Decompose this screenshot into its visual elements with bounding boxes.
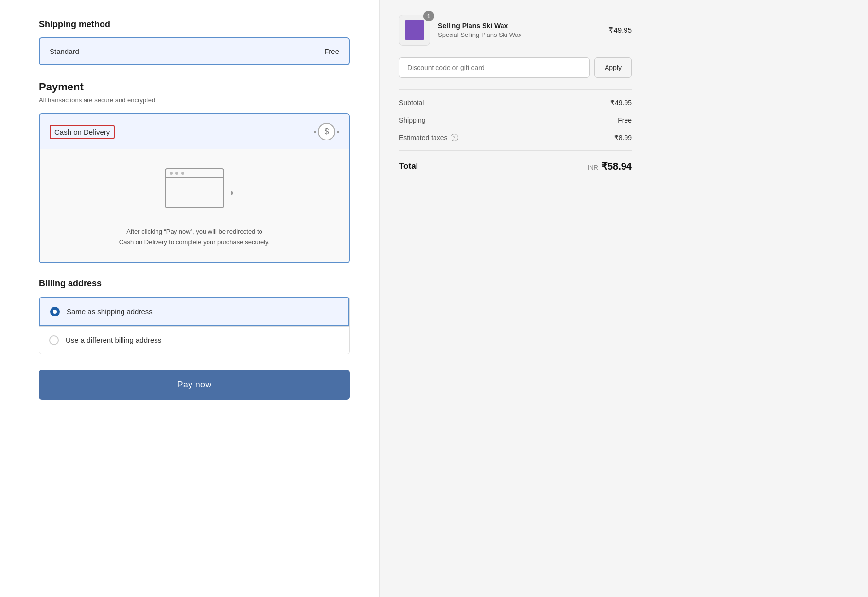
product-badge: 1: [423, 11, 434, 21]
radio-different[interactable]: [49, 335, 59, 345]
total-value-wrapper: INR ₹58.94: [588, 160, 632, 172]
apply-button[interactable]: Apply: [594, 57, 632, 78]
payment-option-box[interactable]: Cash on Delivery $: [39, 113, 350, 263]
payment-option-header[interactable]: Cash on Delivery $: [40, 114, 349, 149]
product-info: Selling Plans Ski Wax Special Selling Pl…: [438, 22, 601, 38]
subtotal-label: Subtotal: [399, 99, 424, 106]
billing-option-same-label: Same as shipping address: [67, 307, 153, 316]
radio-same[interactable]: [50, 307, 60, 316]
total-label: Total: [399, 161, 418, 171]
shipping-section-title: Shipping method: [39, 19, 350, 30]
svg-marker-6: [231, 191, 233, 195]
product-row: 1 Selling Plans Ski Wax Special Selling …: [399, 15, 632, 46]
discount-input[interactable]: [399, 57, 590, 78]
total-row: Total INR ₹58.94: [399, 155, 632, 178]
product-price: ₹49.95: [608, 26, 632, 35]
browser-illustration: [156, 164, 233, 217]
redirect-text-line1: After clicking “Pay now”, you will be re…: [126, 228, 262, 235]
subtotal-row: Subtotal ₹49.95: [399, 94, 632, 111]
cash-delivery-icon: $: [318, 123, 335, 140]
right-panel: 1 Selling Plans Ski Wax Special Selling …: [379, 0, 651, 597]
shipping-summary-value: Free: [618, 116, 632, 124]
svg-point-2: [170, 172, 173, 175]
discount-row: Apply: [399, 57, 632, 78]
shipping-method-box: Standard Free: [39, 37, 350, 65]
svg-rect-0: [165, 169, 224, 208]
pay-now-button[interactable]: Pay now: [39, 370, 350, 400]
payment-icon-dots: $: [314, 123, 339, 140]
total-currency: INR: [588, 164, 598, 171]
dot-1: [314, 131, 316, 133]
redirect-text: After clicking “Pay now”, you will be re…: [119, 227, 270, 247]
product-name: Selling Plans Ski Wax: [438, 22, 601, 30]
redirect-text-line2: Cash on Delivery to complete your purcha…: [119, 238, 270, 246]
summary-divider-1: [399, 89, 632, 90]
payment-section: Payment All transactions are secure and …: [39, 81, 350, 263]
taxes-label-wrapper: Estimated taxes ?: [399, 134, 458, 141]
svg-point-4: [181, 172, 184, 175]
billing-options-box: Same as shipping address Use a different…: [39, 297, 350, 354]
product-variant: Special Selling Plans Ski Wax: [438, 31, 601, 38]
left-panel: Shipping method Standard Free Payment Al…: [0, 0, 379, 597]
payment-section-title: Payment: [39, 81, 350, 93]
payment-redirect-content: After clicking “Pay now”, you will be re…: [40, 149, 349, 262]
billing-option-different[interactable]: Use a different billing address: [39, 326, 349, 354]
taxes-row: Estimated taxes ? ₹8.99: [399, 129, 632, 146]
billing-option-different-label: Use a different billing address: [66, 336, 161, 344]
shipping-method-price: Free: [324, 47, 339, 55]
shipping-summary-label: Shipping: [399, 116, 426, 124]
total-value: ₹58.94: [601, 160, 632, 172]
product-image-color-block: [405, 20, 424, 40]
dot-2: [337, 131, 339, 133]
taxes-value: ₹8.99: [614, 134, 632, 141]
payment-option-label: Cash on Delivery: [50, 125, 115, 139]
taxes-label: Estimated taxes: [399, 134, 448, 141]
summary-divider-2: [399, 150, 632, 151]
shipping-method-label: Standard: [50, 47, 79, 55]
product-image-wrapper: 1: [399, 15, 430, 46]
billing-option-same[interactable]: Same as shipping address: [39, 297, 349, 326]
billing-section: Billing address Same as shipping address…: [39, 279, 350, 354]
billing-section-title: Billing address: [39, 279, 350, 289]
taxes-info-icon[interactable]: ?: [451, 134, 458, 141]
subtotal-value: ₹49.95: [610, 99, 632, 106]
shipping-row: Shipping Free: [399, 111, 632, 129]
payment-section-subtitle: All transactions are secure and encrypte…: [39, 96, 350, 104]
svg-point-3: [175, 172, 178, 175]
